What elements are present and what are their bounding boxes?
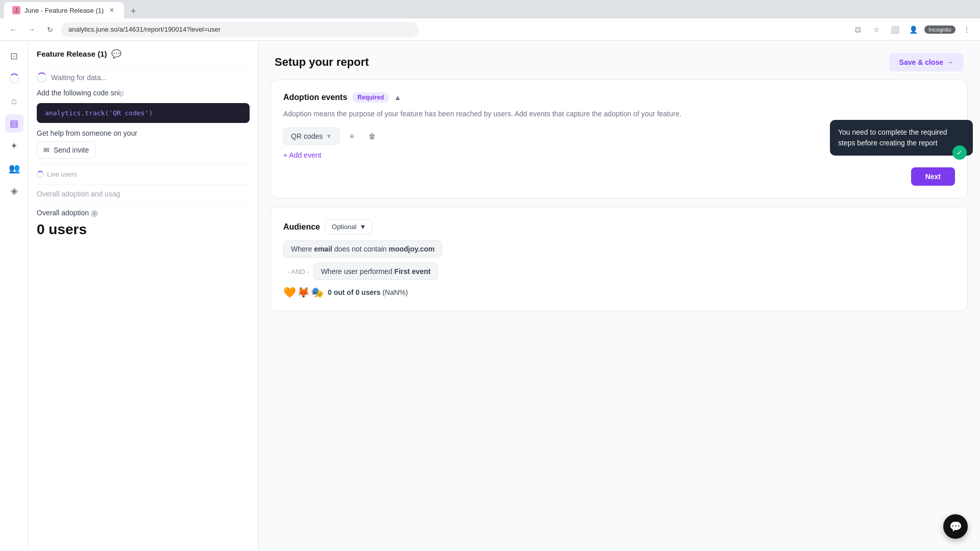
forward-button[interactable]: → bbox=[24, 22, 39, 37]
sidebar-icon-dashboard[interactable]: ⌂ bbox=[5, 92, 23, 110]
event-chevron-icon: ▼ bbox=[326, 133, 332, 140]
chat-icon: 💬 bbox=[949, 520, 962, 533]
browser-tab[interactable]: J June - Feature Release (1) ✕ bbox=[4, 2, 124, 18]
event-filter-button[interactable]: ≡ bbox=[344, 128, 360, 144]
filter-pill-2[interactable]: Where user performed First event bbox=[313, 263, 438, 280]
user-avatars: 🧡 🦊 🎭 bbox=[283, 286, 324, 298]
audience-header: Audience Optional ▼ bbox=[283, 219, 955, 234]
adoption-events-title: Adoption events bbox=[283, 93, 347, 102]
back-button[interactable]: ← bbox=[6, 22, 20, 37]
setup-title: Setup your report bbox=[275, 56, 369, 69]
add-event-button[interactable]: + Add event bbox=[283, 151, 321, 159]
left-panel-title: Feature Release (1) 💬 bbox=[37, 49, 250, 59]
zero-users-count: 0 users bbox=[37, 221, 250, 238]
adoption-events-header: Adoption events Required ▲ bbox=[283, 92, 955, 103]
divider-4 bbox=[37, 203, 250, 204]
main-content: Setup your report Save & close → You nee… bbox=[258, 41, 980, 551]
setup-header: Setup your report Save & close → bbox=[258, 41, 980, 80]
envelope-icon: ✉ bbox=[43, 146, 50, 154]
extension-button[interactable]: ⬜ bbox=[888, 22, 902, 37]
required-badge: Required bbox=[352, 92, 389, 103]
add-code-label: Add the following code snip bbox=[37, 89, 250, 97]
url-text: analytics.june.so/a/14631/report/190014?… bbox=[68, 26, 220, 33]
incognito-badge: Incognito bbox=[924, 26, 955, 34]
trash-icon: 🗑 bbox=[369, 132, 376, 140]
sidebar-icon-spark[interactable]: ✦ bbox=[5, 137, 23, 155]
left-panel: Feature Release (1) 💬 Waiting for data..… bbox=[29, 41, 258, 551]
avatar-3: 🎭 bbox=[311, 286, 324, 298]
and-label: - AND - bbox=[287, 268, 309, 276]
collapse-button[interactable]: ▲ bbox=[394, 93, 401, 102]
overall-adoption-title: Overall adoption i bbox=[37, 209, 250, 217]
tooltip-popup: You need to complete the required steps … bbox=[830, 120, 973, 156]
sidebar: ⊡ ⌂ ▤ ✦ 👥 ◈ bbox=[0, 41, 29, 551]
cast-button[interactable]: ⊡ bbox=[851, 22, 865, 37]
info-icon[interactable]: i bbox=[91, 210, 98, 217]
sidebar-icon-users[interactable]: 👥 bbox=[5, 159, 23, 178]
address-bar[interactable]: analytics.june.so/a/14631/report/190014?… bbox=[61, 22, 419, 37]
tab-close-button[interactable]: ✕ bbox=[108, 6, 116, 14]
tooltip-check-icon: ✓ bbox=[952, 145, 967, 160]
adoption-events-description: Adoption means the purpose of your featu… bbox=[283, 109, 955, 119]
users-count-row: 🧡 🦊 🎭 0 out of 0 users (NaN%) bbox=[283, 286, 955, 298]
next-button[interactable]: Next bbox=[911, 167, 955, 186]
live-users-row: Live users bbox=[37, 170, 250, 178]
reload-button[interactable]: ↻ bbox=[43, 22, 57, 37]
tab-favicon: J bbox=[12, 6, 20, 14]
optional-dropdown[interactable]: Optional ▼ bbox=[325, 219, 373, 234]
arrow-icon: → bbox=[946, 58, 953, 66]
browser-actions: ⊡ ☆ ⬜ 👤 Incognito ⋮ bbox=[851, 22, 974, 37]
event-delete-button[interactable]: 🗑 bbox=[364, 128, 380, 144]
filter-row-2: - AND - Where user performed First event bbox=[283, 263, 955, 280]
waiting-text: Waiting for data... bbox=[37, 72, 250, 83]
send-invite-button[interactable]: ✉ Send invite bbox=[37, 141, 95, 159]
new-tab-button[interactable]: + bbox=[126, 4, 140, 18]
address-bar-row: ← → ↻ analytics.june.so/a/14631/report/1… bbox=[0, 18, 980, 41]
help-text: Get help from someone on your bbox=[37, 129, 250, 137]
divider-2 bbox=[37, 164, 250, 164]
avatar-1: 🧡 bbox=[283, 286, 296, 298]
avatar-2: 🦊 bbox=[297, 286, 310, 298]
bookmark-button[interactable]: ☆ bbox=[869, 22, 884, 37]
code-snippet: analytics.track('QR codes') bbox=[37, 103, 250, 123]
sidebar-icon-reports[interactable]: ▤ bbox=[5, 114, 23, 133]
filter-icon: ≡ bbox=[350, 132, 354, 140]
dropdown-chevron-icon: ▼ bbox=[359, 223, 366, 231]
overall-adoption-usage: Overall adoption and usag bbox=[37, 190, 250, 198]
menu-button[interactable]: ⋮ bbox=[960, 22, 974, 37]
sidebar-icon-loading[interactable] bbox=[5, 69, 23, 88]
users-text: 0 out of 0 users (NaN%) bbox=[328, 288, 408, 296]
event-pill[interactable]: QR codes ▼ bbox=[283, 128, 339, 145]
comment-icon: 💬 bbox=[111, 49, 121, 59]
filter-pill-1[interactable]: Where email does not contain moodjoy.com bbox=[283, 240, 442, 258]
save-close-button[interactable]: Save & close → bbox=[889, 53, 964, 71]
sidebar-icon-home[interactable]: ⊡ bbox=[5, 47, 23, 65]
app-container: ⊡ ⌂ ▤ ✦ 👥 ◈ Feature Release (1) 💬 Waitin… bbox=[0, 41, 980, 551]
chat-button[interactable]: 💬 bbox=[943, 514, 968, 539]
profile-button[interactable]: 👤 bbox=[906, 22, 920, 37]
tab-label: June - Feature Release (1) bbox=[24, 7, 104, 14]
audience-title: Audience bbox=[283, 222, 320, 232]
audience-card: Audience Optional ▼ Where email does not… bbox=[271, 207, 968, 311]
divider-1 bbox=[37, 67, 250, 67]
divider-3 bbox=[37, 184, 250, 185]
sidebar-icon-groups[interactable]: ◈ bbox=[5, 182, 23, 200]
